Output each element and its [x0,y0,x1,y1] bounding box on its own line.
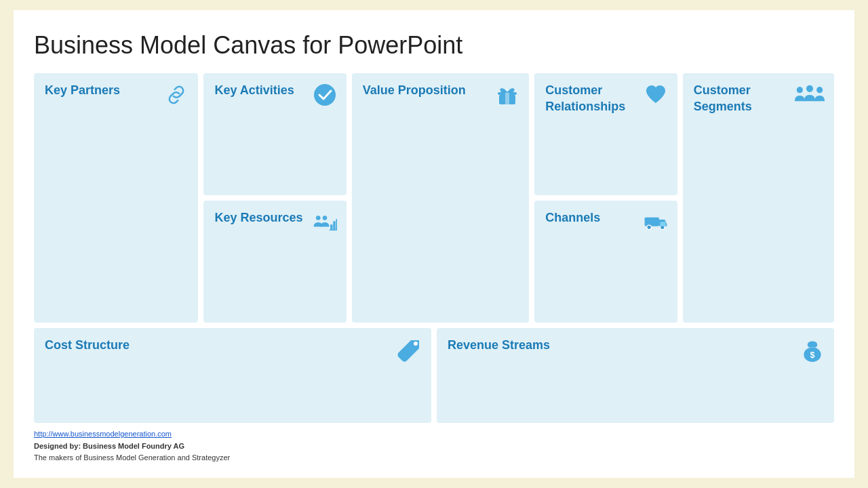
svg-rect-4 [333,222,335,230]
svg-point-16 [816,87,823,93]
footer-tagline: The makers of Business Model Generation … [34,453,230,462]
key-activities-cell: Key Activities [203,73,346,195]
cost-structure-title: Cost Structure [45,338,327,353]
svg-rect-3 [330,224,332,230]
crm-channels-column: Customer Relationships Channels [534,73,677,323]
truck-icon [644,210,668,235]
cost-structure-cell: Cost Structure [34,328,431,423]
key-partners-cell: Key Partners [34,73,198,323]
svg-point-0 [314,84,336,106]
customer-segments-cell: Customer Segments [683,73,834,323]
footer: http://www.businessmodelgeneration.com D… [34,428,834,464]
footer-designed-by: Designed by: Business Model Foundry AG [34,442,184,450]
svg-text:$: $ [810,350,814,360]
customer-relationships-cell: Customer Relationships [534,73,677,195]
money-bag-icon: $ [800,338,825,362]
revenue-streams-cell: Revenue Streams $ [437,328,834,423]
canvas-area: Key Partners Key Activities [34,73,834,423]
key-activities-title: Key Activities [214,83,305,98]
bottom-row: Cost Structure Revenue Streams $ [34,328,834,423]
svg-point-14 [797,87,803,93]
people-group-icon [795,83,825,107]
svg-point-15 [806,85,813,92]
svg-point-2 [323,216,328,220]
channels-cell: Channels [534,201,677,323]
page-title: Business Model Canvas for PowerPoint [34,30,834,60]
link-icon [164,83,189,107]
svg-point-1 [316,216,321,220]
key-partners-title: Key Partners [45,83,152,98]
value-proposition-cell: Value Proposition [352,73,530,323]
value-proposition-title: Value Proposition [363,83,479,98]
svg-point-17 [414,342,418,346]
key-resources-title: Key Resources [214,210,305,226]
channels-title: Channels [545,210,636,226]
customer-segments-title: Customer Segments [694,83,791,115]
revenue-streams-title: Revenue Streams [448,338,730,353]
svg-rect-10 [644,218,658,226]
customer-relationships-title: Customer Relationships [545,83,636,115]
top-row: Key Partners Key Activities [34,73,834,323]
gift-icon [495,83,519,107]
footer-url[interactable]: http://www.businessmodelgeneration.com [34,430,172,438]
svg-rect-13 [660,222,665,226]
svg-rect-5 [336,219,337,230]
slide: Business Model Canvas for PowerPoint Key… [14,10,854,478]
key-resources-cell: Key Resources [203,201,346,323]
svg-point-11 [647,225,652,230]
heart-icon [644,83,668,107]
tag-icon [397,338,422,362]
checkmark-icon [313,83,337,107]
people-bar-icon [313,210,337,235]
activities-resources-column: Key Activities Key Resources [203,73,346,323]
